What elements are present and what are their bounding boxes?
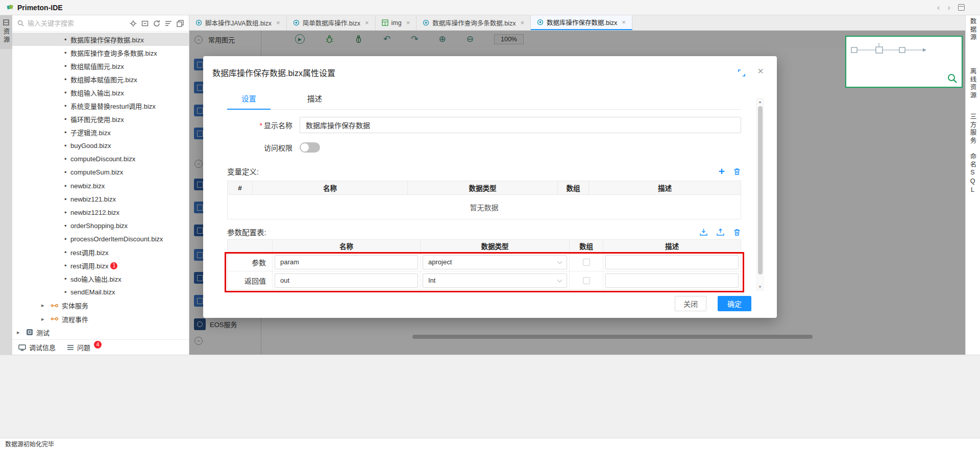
tree-item[interactable]: •newbiz1212.bizx [12, 206, 189, 219]
error-badge: 1 [110, 262, 117, 269]
bullet-icon: • [64, 288, 70, 296]
close-button[interactable]: 关闭 [675, 296, 706, 311]
tree-item[interactable]: •orderShopping.bizx [12, 219, 189, 232]
editor-tab-bar: 脚本操作JAVA数组.bizx× 简单数据库操作.bizx× img× 数据库操… [189, 15, 965, 31]
array-checkbox[interactable] [583, 259, 590, 266]
param-type-select[interactable]: aproject [423, 255, 567, 269]
tree-folder-test[interactable]: ▸ 测试 [12, 326, 189, 339]
tree-item[interactable]: •computeSum.bizx [12, 166, 189, 179]
tree-item[interactable]: •rest调用.bizx1 [12, 259, 189, 272]
sort-filter-icon[interactable] [165, 20, 172, 27]
tree-item[interactable]: •rest调用.bizx [12, 246, 189, 259]
explorer-bottom-bar: 调试信息 问题 4 [12, 339, 189, 355]
column-header [228, 240, 273, 253]
access-toggle[interactable] [300, 142, 320, 153]
tree-item[interactable]: •数组赋值图元.bizx [12, 59, 189, 72]
close-tab-icon[interactable]: × [365, 19, 369, 27]
close-tab-icon[interactable]: × [622, 18, 626, 26]
refresh-icon[interactable] [153, 20, 160, 27]
tree-folder-entity-services[interactable]: ▸ 实体服务 [12, 299, 189, 312]
close-tab-icon[interactable]: × [276, 19, 280, 27]
add-variable-icon[interactable]: + [719, 166, 725, 177]
search-input[interactable] [28, 19, 126, 27]
tree-item[interactable]: •数据库操作保存数据.bizx [12, 33, 189, 46]
collapse-all-icon[interactable] [141, 20, 149, 27]
bizx-file-icon [195, 19, 202, 26]
tree-item[interactable]: •数据库操作查询多条数据.bizx [12, 46, 189, 59]
chevron-right-icon: ▸ [41, 302, 47, 309]
close-icon[interactable]: × [757, 65, 764, 77]
array-checkbox[interactable] [583, 277, 590, 284]
debug-info-tab[interactable]: 调试信息 [18, 340, 56, 355]
tree-folder-process-events[interactable]: ▸ 流程事件 [12, 312, 189, 326]
right-panel-rail: 数据源 离线资源 三方服务 命名SQL [965, 15, 980, 355]
editor-tab[interactable]: 简单数据库操作.bizx× [287, 15, 376, 30]
param-desc-input[interactable] [605, 255, 739, 269]
tree-item[interactable]: •sendEMail.bizx [12, 286, 189, 299]
rail-tab-datasource[interactable]: 数据源 [966, 18, 980, 42]
tree-item[interactable]: •循环图元使用.bizx [12, 113, 189, 126]
tree-item[interactable]: •newbiz121.bizx [12, 192, 189, 206]
tree-item[interactable]: •数组脚本赋值图元.bizx [12, 72, 189, 86]
file-tree: •数据库操作保存数据.bizx •数据库操作查询多条数据.bizx •数组赋值图… [12, 32, 189, 339]
export-table-icon[interactable] [716, 228, 725, 236]
delete-variable-icon[interactable] [733, 167, 741, 176]
locate-icon[interactable] [130, 20, 137, 27]
tree-item[interactable]: •processOrderItemDiscount.bizx [12, 232, 189, 245]
layout-toggle-icon[interactable] [958, 4, 965, 11]
param-name-input[interactable] [275, 273, 418, 288]
resources-icon [3, 19, 9, 26]
editor-tab[interactable]: 脚本操作JAVA数组.bizx× [189, 15, 287, 30]
params-table-wrap: 名称 数据类型 数组 描述 参数 aproject 返回值 Int [227, 239, 741, 290]
nav-back-icon[interactable]: ‹ [937, 3, 940, 12]
display-name-input[interactable] [300, 117, 741, 133]
params-section-header: 参数配置表: [227, 227, 741, 237]
nav-forward-icon[interactable]: › [947, 3, 950, 12]
resources-rail-tab[interactable]: 资源 [0, 15, 12, 49]
bullet-icon: • [64, 275, 70, 283]
tree-item[interactable]: •子逻辑流.bizx [12, 126, 189, 139]
editor-tab-active[interactable]: 数据库操作保存数据.bizx× [531, 15, 632, 30]
dialog-header: 数据库操作保存数据.bizx属性设置 × [203, 56, 777, 79]
scroll-up-icon[interactable]: ▲ [757, 98, 763, 105]
param-array-cell [570, 271, 603, 289]
tree-item[interactable]: •buyGood.bizx [12, 139, 189, 153]
param-name-input[interactable] [275, 255, 418, 269]
editor-tab[interactable]: 数据库操作查询多条数据.bizx× [416, 15, 531, 30]
tree-item[interactable]: •数组输入输出.bizx [12, 86, 189, 99]
editor-tab[interactable]: img× [376, 15, 417, 30]
delete-param-icon[interactable] [733, 228, 741, 236]
problems-tab[interactable]: 问题 4 [67, 340, 102, 355]
problems-icon [67, 344, 74, 351]
status-bar: 数据源初始化完毕 [0, 438, 980, 449]
dialog-scrollbar[interactable]: ▲ ▼ [756, 98, 764, 291]
scrollbar-thumb[interactable] [758, 106, 763, 275]
collapsed-bottom-panel [0, 355, 980, 438]
bullet-icon: • [64, 222, 70, 230]
ok-button[interactable]: 确定 [718, 296, 751, 311]
flow-minimap[interactable] [845, 36, 963, 88]
export-icon[interactable] [177, 20, 184, 27]
rail-tab-thirdparty[interactable]: 三方服务 [966, 113, 980, 145]
param-desc-cell [603, 253, 741, 271]
tree-item[interactable]: •sdo输入输出.bizx [12, 272, 189, 286]
close-tab-icon[interactable]: × [520, 19, 524, 27]
fullscreen-corners-icon [738, 69, 745, 77]
param-desc-input[interactable] [605, 273, 739, 288]
tab-description[interactable]: 描述 [293, 88, 336, 109]
title-bar: Primeton-IDE ‹ › [0, 0, 980, 15]
rail-tab-named-sql[interactable]: 命名SQL [966, 153, 980, 195]
explorer-search-row [12, 15, 189, 32]
tab-settings[interactable]: 设置 [227, 88, 271, 110]
tree-item[interactable]: •computeDiscount.bizx [12, 153, 189, 166]
scroll-down-icon[interactable]: ▼ [757, 284, 763, 290]
dialog-tabs: 设置 描述 [227, 88, 741, 110]
param-type-select[interactable]: Int [423, 273, 567, 288]
tree-item[interactable]: •系统变量替换resturl调用.bizx [12, 99, 189, 112]
fullscreen-icon[interactable] [738, 69, 745, 77]
rail-tab-offline-res[interactable]: 离线资源 [966, 68, 980, 99]
tree-item[interactable]: •newbiz.bizx [12, 179, 189, 192]
column-header: 描述 [589, 181, 741, 195]
import-icon[interactable] [699, 228, 708, 236]
close-tab-icon[interactable]: × [406, 19, 410, 27]
